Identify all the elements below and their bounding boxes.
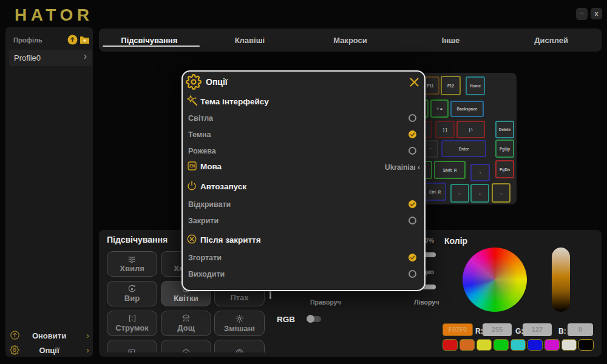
- svg-text:EN: EN: [189, 164, 195, 168]
